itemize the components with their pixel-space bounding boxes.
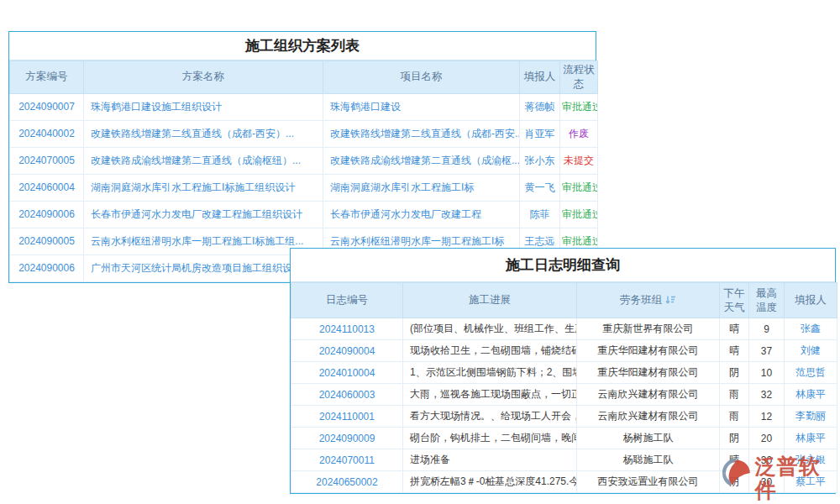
reporter-name: 肖亚军 [520, 120, 560, 147]
status-badge: 作废 [560, 120, 598, 147]
log-weather: 雨 [720, 384, 749, 406]
log-weather: 晴 [720, 449, 749, 471]
log-progress: 进场准备 [403, 449, 577, 471]
project-name-link[interactable]: 改建铁路成渝线增建第二直通线（成渝枢... [323, 147, 520, 174]
table-row: 2024090004 现场收拾卫生，二包砌围墙，铺烧结砖，... 重庆华阳建材有… [291, 340, 837, 362]
table-row: 2024040002 改建铁路线增建第二线直通线（成都-西安）... 改建铁路线… [10, 120, 598, 147]
log-team: 云南欣兴建材有限公司 [577, 384, 720, 406]
log-team: 重庆新世界有限公司 [577, 318, 720, 340]
project-name-link[interactable]: 改建铁路线增建第二线直通线（成都-西安... [323, 120, 520, 147]
log-weather: 晴 [720, 340, 749, 362]
status-badge: 审批通过 [560, 174, 598, 201]
plan-name-link[interactable]: 长春市伊通河水力发电厂改建工程施工组织设计 [84, 201, 323, 228]
status-badge: 未提交 [560, 147, 598, 174]
log-id-link[interactable]: 20240650002 [291, 471, 403, 493]
log-id-link[interactable]: 2024090004 [291, 340, 403, 362]
log-id-link[interactable]: 2024110001 [291, 406, 403, 428]
table-row: 2024090006 长春市伊通河水力发电厂改建工程施工组织设计 长春市伊通河水… [10, 201, 598, 228]
log-reporter: 李勤丽 [785, 406, 837, 428]
plan-name-link[interactable]: 湖南洞庭湖水库引水工程施工I标施工组织设计 [84, 174, 323, 201]
plan-col-reporter: 填报人 [520, 61, 560, 94]
log-col-team-label: 劳务班组 [620, 294, 662, 306]
log-col-team[interactable]: 劳务班组 [577, 283, 720, 318]
sort-icon[interactable] [665, 295, 676, 305]
project-name-link[interactable]: 湖南洞庭湖水库引水工程施工I标 [323, 174, 520, 201]
log-temp: 10 [749, 362, 785, 384]
plan-list-panel: 施工组织方案列表 方案编号 方案名称 项目名称 填报人 流程状态 2024090… [8, 31, 596, 283]
plan-id-link[interactable]: 2024070005 [10, 147, 84, 174]
project-name-link[interactable]: 长春市伊通河水力发电厂改建工程 [323, 201, 520, 228]
log-col-reporter: 填报人 [785, 283, 837, 318]
log-temp: 37 [749, 340, 785, 362]
log-query-title: 施工日志明细查询 [291, 249, 835, 282]
log-col-weather: 下午天气 [720, 283, 749, 318]
plan-id-link[interactable]: 2024090007 [10, 93, 84, 120]
log-temp: 20 [749, 428, 785, 449]
log-temp: 32 [749, 384, 785, 406]
log-weather: 晴 [720, 318, 749, 340]
plan-id-link[interactable]: 2024090005 [10, 228, 84, 255]
plan-name-link[interactable]: 改建铁路线增建第二线直通线（成都-西安）... [84, 120, 323, 147]
log-col-progress: 施工进展 [403, 283, 577, 318]
plan-name-link[interactable]: 云南水利枢纽潜明水库一期工程施工I标施工组... [84, 228, 323, 255]
log-temp: 9 [749, 318, 785, 340]
table-row: 2024070011 进场准备 杨聪施工队 晴 30 张永银 [291, 449, 837, 471]
plan-id-link[interactable]: 2024090006 [10, 255, 84, 281]
plan-col-project: 项目名称 [323, 61, 520, 94]
log-id-link[interactable]: 2024090009 [291, 428, 403, 449]
reporter-name: 张小东 [520, 147, 560, 174]
plan-id-link[interactable]: 2024090006 [10, 201, 84, 228]
log-query-panel: 施工日志明细查询 日志编号 施工进展 劳务班组 下午天气 最高温度 填报人 20… [290, 248, 836, 494]
log-id-link[interactable]: 2024060003 [291, 384, 403, 406]
log-id-link[interactable]: 2024070011 [291, 449, 403, 471]
table-row: 2024090007 珠海鹤港口建设施工组织设计 珠海鹤港口建设 蒋德帧 审批通… [10, 93, 598, 120]
plan-name-link[interactable]: 珠海鹤港口建设施工组织设计 [84, 93, 323, 120]
table-row: 2024070005 改建铁路成渝线增建第二直通线（成渝枢纽）... 改建铁路成… [10, 147, 598, 174]
log-team: 重庆华阳建材有限公司 [577, 340, 720, 362]
project-name-link[interactable]: 珠海鹤港口建设 [323, 93, 520, 120]
table-row: 2024110013 (部位项目、机械作业、班组工作、生产... 重庆新世界有限… [291, 318, 837, 340]
log-reporter: 范思哲 [785, 362, 837, 384]
log-col-temp: 最高温度 [749, 283, 785, 318]
log-progress: 砌台阶，钩机排土，二包砌间墙，晚间加... [403, 428, 577, 449]
log-team: 杨树施工队 [577, 428, 720, 449]
log-col-id: 日志编号 [291, 283, 403, 318]
log-weather: 雨 [720, 406, 749, 428]
plan-id-link[interactable]: 2024060004 [10, 174, 84, 201]
log-reporter: 张永银 [785, 449, 837, 471]
log-team: 云南欣兴建材有限公司 [577, 406, 720, 428]
log-reporter: 刘健 [785, 340, 837, 362]
table-row: 2024090009 砌台阶，钩机排土，二包砌间墙，晚间加... 杨树施工队 阴… [291, 428, 837, 449]
plan-id-link[interactable]: 2024040002 [10, 120, 84, 147]
plan-col-status: 流程状态 [560, 61, 598, 94]
plan-col-name: 方案名称 [84, 61, 323, 94]
log-reporter: 林康平 [785, 428, 837, 449]
log-progress: 1、示范区北侧围墙钢筋下料；2、围墙地... [403, 362, 577, 384]
plan-header-row: 方案编号 方案名称 项目名称 填报人 流程状态 [10, 61, 598, 94]
plan-name-link[interactable]: 改建铁路成渝线增建第二直通线（成渝枢纽）... [84, 147, 323, 174]
reporter-name: 陈菲 [520, 201, 560, 228]
plan-list-title: 施工组织方案列表 [9, 32, 596, 60]
log-header-row: 日志编号 施工进展 劳务班组 下午天气 最高温度 填报人 [291, 283, 837, 318]
log-team: 西安致远置业有限公司 [577, 471, 720, 493]
log-id-link[interactable]: 2024110013 [291, 318, 403, 340]
table-row: 2024060003 大雨，巡视各施工现场围蔽点，一切正常... 云南欣兴建材有… [291, 384, 837, 406]
log-progress: 现场收拾卫生，二包砌围墙，铺烧结砖，... [403, 340, 577, 362]
log-temp: 30 [749, 471, 785, 493]
log-id-link[interactable]: 2024010004 [291, 362, 403, 384]
log-weather: 阴 [720, 471, 749, 493]
log-reporter: 蔡工平 [785, 471, 837, 493]
plan-name-link[interactable]: 广州市天河区统计局机房改造项目施工组织设计 [84, 255, 323, 281]
reporter-name: 黄一飞 [520, 174, 560, 201]
log-progress: 拼宽桥左幅3＃-0桩基总深度41.275.今日进... [403, 471, 577, 493]
table-row: 2024010004 1、示范区北侧围墙钢筋下料；2、围墙地... 重庆华阳建材… [291, 362, 837, 384]
log-progress: 大雨，巡视各施工现场围蔽点，一切正常... [403, 384, 577, 406]
reporter-name: 蒋德帧 [520, 93, 560, 120]
plan-col-id: 方案编号 [10, 61, 84, 94]
log-table: 日志编号 施工进展 劳务班组 下午天气 最高温度 填报人 2024110013 … [291, 282, 837, 493]
log-weather: 阴 [720, 362, 749, 384]
status-badge: 审批通过 [560, 93, 598, 120]
log-progress: 看方大现场情况。、给现场工人开会，整... [403, 406, 577, 428]
log-weather: 阴 [720, 428, 749, 449]
table-row: 20240650002 拼宽桥左幅3＃-0桩基总深度41.275.今日进... … [291, 471, 837, 493]
